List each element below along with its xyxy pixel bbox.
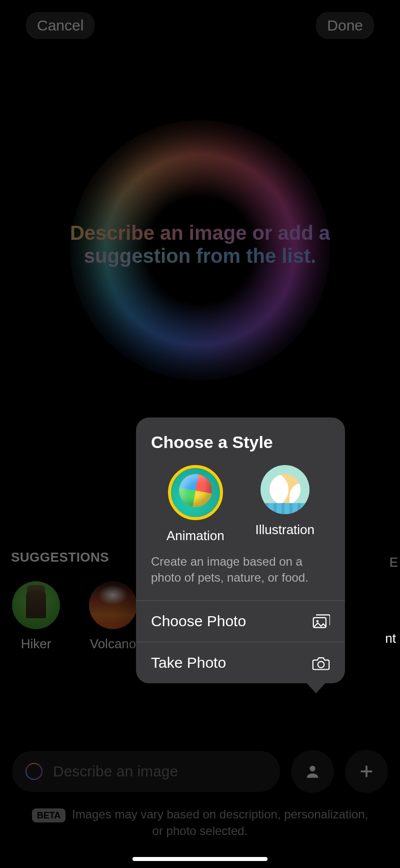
svg-point-8	[318, 661, 324, 668]
style-option-animation[interactable]: Animation	[166, 465, 224, 544]
style-popover: Choose a Style Animation Illustration Cr…	[136, 417, 345, 683]
beachball-colorful-icon	[168, 465, 223, 520]
camera-icon	[312, 654, 330, 671]
suggestion-volcano[interactable]: Volcano	[88, 581, 138, 652]
style-label: Illustration	[256, 522, 315, 538]
style-label: Animation	[166, 528, 224, 544]
background-glow	[0, 65, 400, 436]
choose-photo-label: Choose Photo	[151, 613, 246, 630]
suggestion-label: Volcano	[90, 636, 136, 652]
prompt-input[interactable]	[52, 762, 280, 780]
home-indicator	[132, 857, 268, 861]
person-button[interactable]	[291, 750, 334, 793]
add-button[interactable]	[345, 750, 388, 793]
beta-badge: BETA	[32, 808, 66, 822]
done-button[interactable]: Done	[316, 12, 374, 39]
partial-category-letter: E	[390, 555, 398, 570]
suggestion-hiker[interactable]: Hiker	[11, 581, 61, 652]
partial-suggestion-tail: nt	[385, 631, 396, 646]
disclaimer-text: Images may vary based on description, pe…	[72, 807, 368, 837]
navigation-bar: Cancel Done	[0, 12, 400, 39]
cancel-button[interactable]: Cancel	[26, 12, 94, 39]
popover-title: Choose a Style	[151, 432, 330, 452]
style-option-illustration[interactable]: Illustration	[256, 465, 315, 544]
beachball-pastel-icon	[260, 465, 310, 514]
style-options: Animation Illustration	[151, 465, 330, 544]
input-row	[12, 750, 388, 793]
photo-stack-icon	[312, 613, 330, 630]
take-photo-button[interactable]: Take Photo	[136, 642, 345, 683]
plus-icon	[358, 763, 375, 780]
prompt-input-container[interactable]	[12, 751, 280, 792]
backpack-icon	[12, 581, 60, 629]
disclaimer: BETA Images may vary based on descriptio…	[25, 806, 375, 839]
popover-description: Create an image based on a photo of pets…	[151, 554, 330, 590]
person-icon	[304, 763, 321, 780]
svg-point-3	[310, 766, 315, 771]
take-photo-label: Take Photo	[151, 654, 226, 671]
choose-photo-button[interactable]: Choose Photo	[136, 600, 345, 642]
volcano-icon	[89, 581, 137, 629]
suggestion-label: Hiker	[21, 636, 52, 652]
sparkle-loop-icon	[23, 760, 45, 782]
svg-point-7	[316, 620, 319, 623]
